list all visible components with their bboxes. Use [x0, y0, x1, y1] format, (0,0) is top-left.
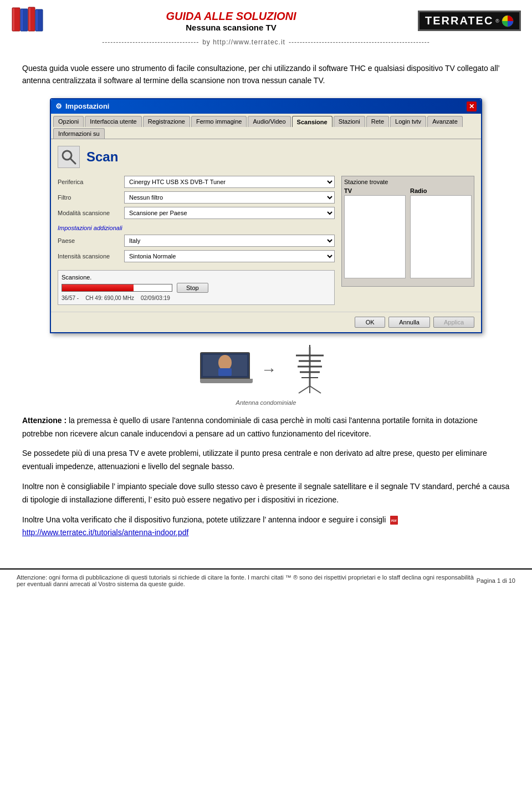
progress-time: 02/09/03:19: [141, 295, 170, 301]
tv-station-list: [344, 195, 406, 278]
svg-rect-7: [36, 10, 38, 31]
footer-left-text: Attenzione: ogni forma di pubblicazione …: [17, 574, 474, 587]
tab-login[interactable]: Login tvtv: [390, 116, 426, 127]
tv-column: TV: [344, 187, 406, 278]
filtro-label: Filtro: [58, 194, 124, 201]
tab-avanzate[interactable]: Avanzate: [427, 116, 463, 127]
tab-registrazione[interactable]: Registrazione: [143, 116, 190, 127]
filtro-select[interactable]: Nessun filtro: [124, 191, 335, 204]
divider-right: ----------------------------------------…: [289, 38, 430, 46]
tab-audio[interactable]: Audio/Video: [248, 116, 290, 127]
paese-select[interactable]: Italy: [124, 235, 335, 247]
svg-line-21: [310, 386, 321, 393]
main-content: Questa guida vuole essere uno strumento …: [0, 51, 532, 557]
additional-settings-label: Impostazioni addizionali: [58, 225, 335, 231]
dialog-body: Opzioni Interfaccia utente Registrazione…: [51, 114, 481, 332]
laptop-shape: [200, 352, 250, 388]
footer-page-number: Pagina 1 di 10: [477, 577, 515, 584]
ok-button[interactable]: OK: [355, 317, 385, 328]
tab-interfaccia[interactable]: Interfaccia utente: [85, 116, 141, 127]
svg-rect-13: [218, 368, 232, 376]
divider-line: ----------------------------------- by h…: [11, 38, 521, 46]
laptop-screen-inner: [203, 355, 247, 376]
antenna-caption: Antenna condominiale: [236, 399, 296, 406]
svg-line-10: [70, 159, 75, 164]
svg-line-20: [299, 386, 310, 393]
progress-label: Scansione.: [62, 274, 331, 281]
tab-fermo[interactable]: Fermo immagine: [191, 116, 247, 127]
intro-paragraph: Questa guida vuole essere uno strumento …: [22, 62, 510, 87]
form-periferica: Periferica Cinergy HTC USB XS DVB-T Tune…: [58, 176, 335, 188]
svg-point-12: [218, 355, 232, 370]
antenna-illustration: →: [200, 344, 332, 406]
progress-info: 36/57 - CH 49: 690,00 MHz 02/09/03:19: [62, 295, 331, 301]
antenna-section: →: [22, 344, 510, 406]
body-paragraph-1: Attenzione : la premessa è quello di usa…: [22, 414, 510, 441]
tab-info[interactable]: Informazioni su: [53, 128, 105, 139]
intensita-select[interactable]: Sintonia Normale: [124, 250, 335, 262]
settings-dialog: ⚙ Impostazioni ✕ Opzioni Interfaccia ute…: [50, 98, 482, 333]
modalita-select[interactable]: Scansione per Paese: [124, 207, 335, 219]
page-footer: Attenzione: ogni forma di pubblicazione …: [0, 568, 532, 592]
station-box: Stazione trovate TV Radio: [341, 176, 474, 287]
tab-opzioni[interactable]: Opzioni: [53, 116, 84, 127]
dialog-footer: OK Annulla Applica: [51, 312, 481, 332]
dialog-title: Impostazioni: [65, 102, 109, 110]
form-intensita: Intensità scansione Sintonia Normale: [58, 250, 335, 262]
radio-station-list: [410, 195, 472, 278]
attenzione-bold: Attenzione :: [22, 416, 66, 425]
intensita-label: Intensità scansione: [58, 253, 124, 260]
dialog-icon: ⚙: [55, 102, 62, 110]
subtitle: Nessuna scansione TV: [44, 23, 418, 32]
modalita-label: Modalità scansione: [58, 210, 124, 216]
scan-icon: [58, 146, 80, 168]
antenna-link[interactable]: http://www.terratec.it/tutorials/antenna…: [22, 528, 188, 537]
dialog-inner: Scan Periferica Cinergy HTC USB XS DVB-T…: [51, 139, 481, 312]
antenna-tower: [288, 344, 332, 396]
form-paese: Paese Italy: [58, 235, 335, 247]
applica-button[interactable]: Applica: [433, 317, 474, 328]
tv-label: TV: [344, 187, 406, 194]
form-filtro: Filtro Nessun filtro: [58, 191, 335, 204]
scan-title: Scan: [86, 149, 118, 165]
books-logo: [11, 6, 44, 36]
right-arrow-icon: →: [261, 361, 277, 379]
svg-rect-5: [29, 8, 30, 31]
progress-freq: CH 49: 690,00 MHz: [85, 295, 134, 301]
body-paragraph-3: Inoltre non è consigliabile l’ impianto …: [22, 480, 510, 507]
progress-bar-inner: [62, 284, 134, 291]
dialog-right-col: Stazione trovate TV Radio: [341, 176, 474, 305]
svg-rect-1: [13, 8, 14, 31]
page-header: GUIDA ALLE SOLUZIONI Nessuna scansione T…: [0, 0, 532, 51]
tab-scansione[interactable]: Scansione: [292, 116, 332, 127]
body-text-4: Inoltre Una volta verificato che il disp…: [22, 515, 386, 524]
antenna-image: →: [200, 344, 332, 396]
tab-stazioni[interactable]: Stazioni: [334, 116, 365, 127]
dialog-titlebar: ⚙ Impostazioni ✕: [51, 99, 481, 114]
svg-text:PDF: PDF: [391, 519, 397, 522]
dialog-tabs: Opzioni Interfaccia utente Registrazione…: [51, 114, 481, 139]
body-paragraph-2: Se possedete più di una presa TV e avete…: [22, 447, 510, 474]
dialog-columns: Periferica Cinergy HTC USB XS DVB-T Tune…: [58, 176, 474, 305]
station-header: Stazione trovate: [344, 179, 472, 185]
scan-header: Scan: [58, 146, 474, 168]
dialog-left-col: Periferica Cinergy HTC USB XS DVB-T Tune…: [58, 176, 335, 305]
form-modalita: Modalità scansione Scansione per Paese: [58, 207, 335, 219]
body-text-1: la premessa è quello di usare l'antenna …: [22, 416, 478, 438]
progress-bar-outer: [62, 284, 172, 292]
svg-rect-3: [21, 9, 23, 31]
annulla-button[interactable]: Annulla: [388, 317, 430, 328]
divider-url: by http://www.terratec.it: [202, 38, 285, 46]
body-paragraph-4: Inoltre Una volta verificato che il disp…: [22, 514, 510, 540]
radio-label: Radio: [410, 187, 472, 194]
stop-button[interactable]: Stop: [177, 283, 208, 293]
progress-count: 36/57 -: [62, 295, 79, 301]
paese-label: Paese: [58, 237, 124, 244]
periferica-select[interactable]: Cinergy HTC USB XS DVB-T Tuner: [124, 176, 335, 188]
tab-rete[interactable]: Rete: [366, 116, 389, 127]
progress-bar-container: Stop: [62, 283, 331, 293]
terratec-logo: TERRATEC®: [418, 11, 521, 31]
divider-left: -----------------------------------: [102, 38, 199, 46]
dialog-close-button[interactable]: ✕: [467, 101, 477, 111]
main-title: GUIDA ALLE SOLUZIONI: [44, 10, 418, 23]
